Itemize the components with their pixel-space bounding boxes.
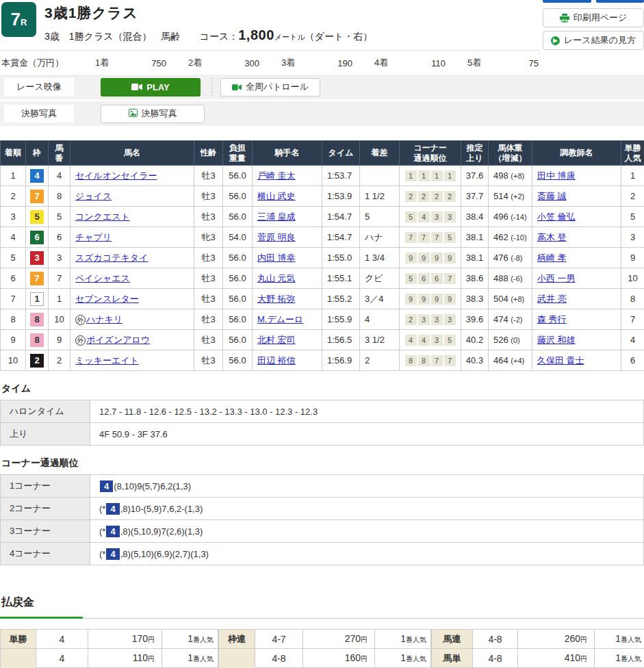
load-weight: 56.0 xyxy=(223,166,253,186)
finish-photo-label: 決勝写真 xyxy=(4,105,74,123)
horse-name-link[interactable]: ジョイス xyxy=(75,191,112,201)
corner-pos: 7 xyxy=(418,232,430,243)
horse-name-link[interactable]: コンクエスト xyxy=(75,211,130,222)
table-row: 複勝 4 110円 1番人気 xyxy=(1,649,218,668)
sex-age: 牡3 xyxy=(194,350,223,371)
corner-positions: 2222 xyxy=(400,186,461,207)
jockey-link[interactable]: 三浦 皇成 xyxy=(257,211,296,222)
col-header-sex-age: 性齢 xyxy=(194,141,223,166)
trainer-link[interactable]: 武井 亮 xyxy=(537,294,567,304)
jockey-link[interactable]: 横山 武史 xyxy=(257,191,296,201)
popularity: 5 xyxy=(621,207,644,227)
col-header-horse-weight: 馬体重 （増減） xyxy=(489,141,532,166)
trainer-link[interactable]: 斎藤 誠 xyxy=(537,191,567,201)
payout-popularity: 1番人気 xyxy=(162,649,218,668)
play-button[interactable]: PLAY xyxy=(101,78,201,97)
corner-pos: 5 xyxy=(405,273,417,284)
trainer-cell: 高木 登 xyxy=(532,227,621,248)
horse-weight: 462 (-10) xyxy=(489,227,532,248)
patrol-button-label: 全周パトロール xyxy=(246,81,309,93)
trainer-link[interactable]: 田中 博康 xyxy=(537,170,576,181)
horse-weight-value: 496 xyxy=(493,211,508,222)
photo-icon xyxy=(129,109,138,119)
jockey-link[interactable]: 田辺 裕信 xyxy=(257,355,296,365)
jockey-link[interactable]: 戸崎 圭太 xyxy=(257,170,296,181)
horse-name-link[interactable]: セブンスレター xyxy=(75,294,139,304)
partial-tab-1[interactable] xyxy=(543,0,591,3)
table-row: 4 6 6 チャプリ 牝3 54.0 菅原 明良 1:54.7 ハナ 7775 … xyxy=(1,227,644,248)
partial-tab-2[interactable] xyxy=(596,0,644,3)
prize-place: 1着 xyxy=(95,57,138,69)
jockey-link[interactable]: M.デムーロ xyxy=(257,314,303,324)
col-header-load: 負担 重量 xyxy=(223,141,253,166)
horse-weight-diff: (-14) xyxy=(511,213,526,221)
trainer-cell: 森 秀行 xyxy=(532,309,621,330)
horse-name-link[interactable]: ハナキリ xyxy=(86,314,123,324)
horse-weight-diff: (+2) xyxy=(511,192,524,201)
corner-pos: 2 xyxy=(418,191,430,202)
table-row: 3コーナー(*4,8)(5,10,9)7(2,6)(1,3) xyxy=(1,520,644,543)
horse-weight-value: 498 xyxy=(493,170,508,181)
ninki-suffix: 番人気 xyxy=(621,636,641,643)
corner-pos: 3 xyxy=(444,314,456,325)
corner-pos: 7 xyxy=(405,232,417,243)
corner-pos: 3 xyxy=(418,314,430,325)
finish-time: 1:56.9 xyxy=(322,350,360,371)
trainer-link[interactable]: 藤沢 和雄 xyxy=(537,335,576,345)
jockey-link[interactable]: 大野 拓弥 xyxy=(257,294,296,304)
race-video-label: レース映像 xyxy=(4,78,74,96)
horse-name-link[interactable]: ミッキーエイト xyxy=(75,355,139,365)
video-camera-icon xyxy=(131,82,142,92)
margin: 3 1/2 xyxy=(360,330,400,350)
popularity-value: 1 xyxy=(615,652,621,663)
payout-table-left: 単勝 4 170円 1番人気 複勝 4 110円 1番人気 8 130円 2番人… xyxy=(0,629,218,668)
trainer-link[interactable]: 久保田 貴士 xyxy=(537,355,584,365)
umaren-label: 馬連 xyxy=(432,630,473,649)
corner-positions: 7775 xyxy=(400,227,461,248)
jockey-cell: 横山 武史 xyxy=(253,186,322,207)
corner-positions: 2333 xyxy=(400,309,461,330)
horse-name-link[interactable]: ポイズンアロウ xyxy=(86,335,150,345)
wide-label: ワイド xyxy=(219,649,255,668)
patrol-video-button[interactable]: 全周パトロール xyxy=(220,78,320,97)
horse-number: 4 xyxy=(49,166,70,186)
horse-name-link[interactable]: セイルオンセイラー xyxy=(75,170,157,181)
horse-name-link[interactable]: チャプリ xyxy=(75,232,112,242)
print-page-button[interactable]: 印刷用ページ xyxy=(543,8,644,27)
horse-name-link[interactable]: スズカコテキタイ xyxy=(75,253,148,263)
horse-weight: 514 (+2) xyxy=(489,186,532,207)
corner-pos: 3 xyxy=(431,314,443,325)
result-guide-button[interactable]: ▶ レース結果の見方 xyxy=(543,31,644,50)
corner-pos: 2 xyxy=(405,191,417,202)
table-row: 馬連 4-8 260円 1番人気 xyxy=(432,630,644,649)
trainer-link[interactable]: 小西 一男 xyxy=(537,273,576,283)
bracket-badge: 2 xyxy=(30,354,44,368)
trainer-link[interactable]: 高木 登 xyxy=(537,232,567,242)
jockey-link[interactable]: 北村 宏司 xyxy=(257,335,296,345)
popularity-value: 1 xyxy=(188,633,193,644)
trainer-cell: 武井 亮 xyxy=(532,289,621,309)
corner-pos: 2 xyxy=(431,191,443,202)
table-row: 5 3 3 スズカコテキタイ 牡3 56.0 内田 博幸 1:55.0 1 3/… xyxy=(1,248,644,268)
horse-weight: 526 (0) xyxy=(489,330,532,350)
table-row: 枠連 4-7 270円 1番人気 xyxy=(219,630,431,649)
horse-name-link[interactable]: ペイシャエス xyxy=(75,273,130,283)
result-guide-label: レース結果の見方 xyxy=(564,34,636,47)
jockey-link[interactable]: 内田 博幸 xyxy=(257,253,296,263)
finish-photo-button[interactable]: 決勝写真 xyxy=(101,105,205,123)
foreign-bred-mark: 外 xyxy=(75,315,86,325)
corner-pos: 5 xyxy=(405,211,417,222)
trainer-link[interactable]: 柄崎 孝 xyxy=(537,253,567,263)
popularity: 6 xyxy=(621,350,644,371)
col-header-horse-number: 馬 番 xyxy=(49,141,70,166)
jockey-link[interactable]: 菅原 明良 xyxy=(257,232,296,242)
finish-time: 1:56.5 xyxy=(322,330,360,350)
trainer-link[interactable]: 森 秀行 xyxy=(537,314,567,324)
trainer-link[interactable]: 小笠 倫弘 xyxy=(537,211,576,222)
corner-pos: 1 xyxy=(418,170,430,181)
jockey-link[interactable]: 丸山 元気 xyxy=(257,273,296,283)
corner-pos: 1 xyxy=(444,170,456,181)
horse-weight: 498 (+8) xyxy=(489,166,532,186)
bet-selection: 4 xyxy=(36,630,88,649)
horse-number: 5 xyxy=(49,207,70,227)
